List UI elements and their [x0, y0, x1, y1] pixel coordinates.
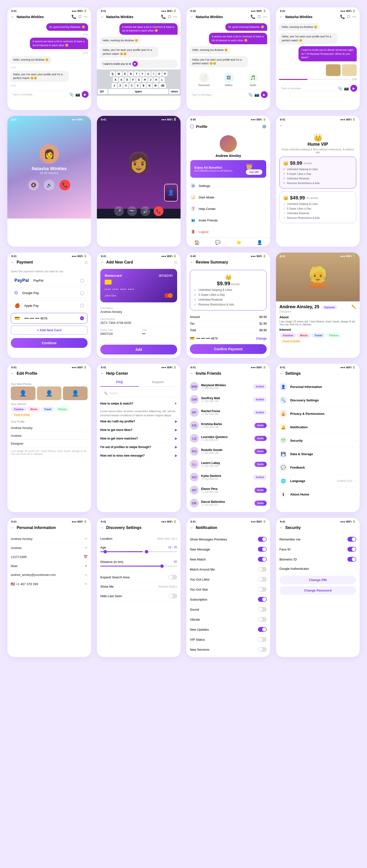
- age-slider[interactable]: [100, 551, 177, 552]
- chat-input-4[interactable]: Type a message...: [278, 85, 336, 91]
- expand-search-toggle[interactable]: [168, 575, 177, 580]
- edit-icon-name[interactable]: ✏: [85, 537, 88, 541]
- attach-icon-4[interactable]: 📎: [338, 86, 342, 91]
- invite-btn-3[interactable]: Invited: [253, 410, 267, 415]
- invite-btn-6[interactable]: Invite: [254, 449, 267, 454]
- settings-about[interactable]: ℹ About Hume ›: [279, 488, 356, 501]
- invite-btn-2[interactable]: Invited: [253, 397, 267, 402]
- info-email[interactable]: andrew_ainsley@yourdomain.com ✏: [11, 570, 88, 580]
- info-username[interactable]: Andrew ✏: [11, 544, 88, 552]
- back-icon-help[interactable]: ←: [100, 371, 104, 376]
- payment-more-icon[interactable]: ⊡: [85, 260, 88, 264]
- back-icon-1[interactable]: ←: [11, 15, 15, 19]
- send-btn-3[interactable]: ▶: [261, 91, 268, 98]
- audio-btn[interactable]: 🎵 Audio: [248, 72, 258, 87]
- change-btn-review[interactable]: Change: [256, 337, 267, 340]
- video-icon-2[interactable]: □: [168, 14, 171, 19]
- faq-4[interactable]: How to get more matches?▶: [100, 434, 177, 443]
- send-btn-2[interactable]: ▶: [132, 61, 138, 66]
- invite-btn-4[interactable]: Invite: [254, 423, 267, 428]
- card-option[interactable]: 💳 •••• •••• •••• 4679 ●: [11, 313, 88, 323]
- toggle-sound[interactable]: [258, 607, 267, 612]
- applepay-option[interactable]: 🍎 Apple Pay: [11, 300, 88, 311]
- addcard-more-icon[interactable]: ⊡: [174, 260, 177, 264]
- settings-link-icon[interactable]: ⚙️: [262, 124, 267, 129]
- nav-chat[interactable]: 💬: [215, 240, 221, 245]
- invite-btn-1[interactable]: Invited: [253, 384, 267, 389]
- chat-input-1[interactable]: Type a message...: [10, 91, 67, 97]
- edit-profession-field[interactable]: Designer: [11, 440, 88, 447]
- settings-privacy[interactable]: 🔒 Privacy & Permissions ›: [279, 407, 356, 421]
- document-btn[interactable]: 📄 Document: [198, 72, 210, 87]
- call-icon-3[interactable]: 📞: [251, 14, 255, 19]
- more-icon-2[interactable]: ⋯: [173, 14, 177, 19]
- call-back-icon[interactable]: ←: [10, 118, 14, 123]
- paypal-option[interactable]: PayPal PayPal: [11, 275, 88, 286]
- video-icon-1[interactable]: □: [79, 14, 81, 19]
- toggle-msgpreview[interactable]: [258, 537, 267, 542]
- faq-1[interactable]: How to swipe & match?▼: [100, 399, 177, 408]
- settings-data[interactable]: 💾 Data & Storage ›: [279, 447, 356, 461]
- back-icon-addcard[interactable]: ←: [100, 260, 104, 265]
- age-slider-max[interactable]: [145, 550, 148, 553]
- hide-last-seen-toggle[interactable]: [168, 593, 177, 598]
- dist-slider-thumb[interactable]: [160, 564, 164, 568]
- add-btn[interactable]: Add: [100, 345, 177, 354]
- info-gender[interactable]: Male ▼: [11, 561, 88, 570]
- change-pin-btn[interactable]: Change PIN: [279, 576, 356, 584]
- faq-2[interactable]: How do I edit my profile?▶: [100, 417, 177, 426]
- invite-btn-10[interactable]: Invite: [254, 501, 267, 506]
- back-icon-2[interactable]: ←: [100, 15, 104, 19]
- toggle-newservices[interactable]: [258, 647, 267, 652]
- settings-notification[interactable]: 🔔 Notification ›: [279, 421, 356, 434]
- vid-end-btn[interactable]: 📞: [154, 206, 164, 216]
- disc-showme[interactable]: Show Me Women Only ›: [100, 582, 177, 591]
- nav-home[interactable]: 🏠: [194, 240, 200, 245]
- calendar-icon[interactable]: 📅: [83, 555, 88, 559]
- change-password-btn[interactable]: Change Password: [279, 586, 356, 595]
- back-icon-3[interactable]: ←: [190, 15, 194, 19]
- back-icon-review[interactable]: ←: [190, 260, 194, 265]
- more-icon-3[interactable]: ⋯: [263, 14, 267, 19]
- helpcenter-menu-item[interactable]: ❓ Help Center ›: [187, 203, 270, 215]
- confirm-btn[interactable]: Confirm Payment: [190, 344, 267, 354]
- faq-6[interactable]: How not to miss new message?▶: [100, 452, 177, 460]
- edit-username-field[interactable]: Andrew: [11, 432, 88, 440]
- edit-icon-email[interactable]: ✏: [85, 573, 88, 577]
- toggle-subscription[interactable]: [258, 597, 267, 602]
- info-fullname[interactable]: Andrew Ainsley ✏: [11, 534, 88, 544]
- back-icon-payment[interactable]: ←: [11, 260, 15, 265]
- settings-menu-item[interactable]: ⚙️ Settings ›: [187, 180, 270, 192]
- vip-plan-6months[interactable]: 👑 $49.99 /6 months ✓Unlimited Swiping & …: [279, 191, 356, 223]
- toggle-newmsg[interactable]: [258, 547, 267, 552]
- faq-5[interactable]: I'm out of profiles to swipe through?▶: [100, 443, 177, 452]
- call-icon-1[interactable]: 📞: [72, 14, 76, 19]
- keyboard[interactable]: QWERTYUIOP ASDFGHJKL ⇧ZXCVBNM⌫ 123 space…: [97, 69, 180, 96]
- back-icon-editprofile[interactable]: ←: [11, 371, 15, 376]
- back-icon-invite[interactable]: ←: [190, 371, 194, 376]
- add-card-btn[interactable]: + Add New Card: [11, 326, 88, 335]
- photo-3[interactable]: 👤: [63, 386, 88, 400]
- googlepay-option[interactable]: G Google Pay: [11, 288, 88, 298]
- more-icon-4[interactable]: ⋯: [352, 14, 356, 19]
- age-slider-min[interactable]: [104, 550, 107, 553]
- video-icon-4[interactable]: □: [347, 14, 350, 19]
- faq-3[interactable]: How to get more likes?▶: [100, 426, 177, 434]
- andrew-back-icon[interactable]: ←: [278, 255, 282, 259]
- back-icon-4[interactable]: ←: [279, 15, 283, 19]
- back-icon-vip[interactable]: ←: [279, 123, 283, 128]
- call-icon-2[interactable]: 📞: [161, 14, 166, 19]
- camera-icon-4[interactable]: 📷: [344, 86, 349, 91]
- toggle-vipstatus[interactable]: [258, 637, 267, 642]
- attach-icon-1[interactable]: 📎: [69, 92, 74, 97]
- dist-slider[interactable]: [100, 566, 177, 567]
- disc-location[interactable]: Location New York, US ›: [100, 534, 177, 543]
- nav-profile[interactable]: 👤: [257, 240, 262, 245]
- invite-btn-8[interactable]: Invited: [253, 475, 267, 480]
- edit-icon-username[interactable]: ✏: [85, 546, 88, 550]
- vip-banner[interactable]: Enjoy All Benefits! Get unlimited access…: [190, 160, 266, 178]
- settings-security[interactable]: 🛡 Security ›: [279, 434, 356, 447]
- logout-menu-item[interactable]: 🚪 Logout: [187, 226, 270, 238]
- send-btn-4[interactable]: ▶: [350, 85, 357, 92]
- back-icon-personal[interactable]: ←: [11, 526, 15, 530]
